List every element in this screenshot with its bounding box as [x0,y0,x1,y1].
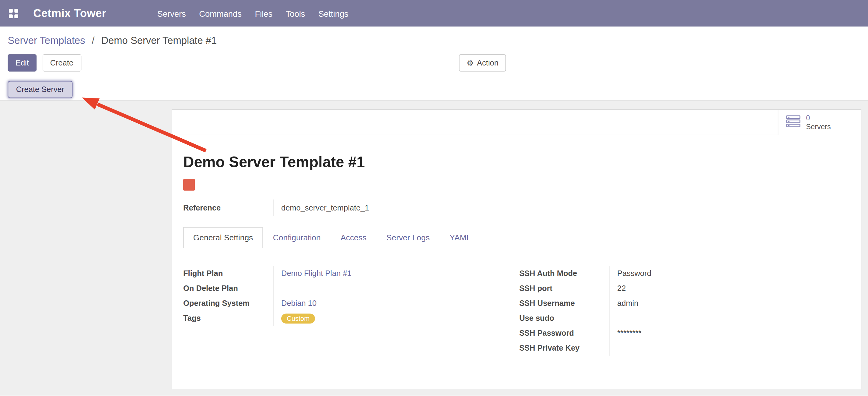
field-label-ssh-username: SSH Username [519,296,609,311]
control-panel: Server Templates / Demo Server Template … [0,27,868,80]
tab-general-settings[interactable]: General Settings [183,227,263,248]
field-value-operating-system[interactable]: Debian 10 [281,299,316,307]
field-group-left: Flight Plan On Delete Plan Operating Sys… [183,266,519,356]
right-values: Password 22 admin ******** [610,266,651,356]
left-values: Demo Flight Plan #1 Debian 10 Custom [274,266,520,326]
create-button[interactable]: Create [42,54,81,71]
menu-files[interactable]: Files [248,5,279,22]
field-group-right: SSH Auth Mode SSH port SSH Username Use … [519,266,651,356]
breadcrumb-separator: / [92,35,94,46]
content-area: 0 Servers Demo Server Template #1 Refere… [0,101,868,396]
servers-stat-button[interactable]: 0 Servers [778,110,861,135]
stat-value: 0 [806,114,831,122]
field-value-ssh-auth-mode: Password [617,269,651,278]
app-window: Cetmix Tower Servers Commands Files Tool… [0,0,868,396]
notebook-tabs: General Settings Configuration Access Se… [183,227,850,248]
tag-custom[interactable]: Custom [281,314,315,324]
field-label-ssh-password: SSH Password [519,326,609,341]
field-label-ssh-private-key: SSH Private Key [519,341,609,356]
field-value-ssh-port: 22 [617,284,626,292]
tab-configuration[interactable]: Configuration [263,227,331,248]
record-title: Demo Server Template #1 [183,153,850,171]
menu-tools[interactable]: Tools [279,5,312,22]
tab-server-logs[interactable]: Server Logs [376,227,440,248]
action-menu-button[interactable]: ⚙ Action [459,54,506,71]
color-swatch[interactable] [183,179,195,191]
app-brand[interactable]: Cetmix Tower [33,7,106,20]
field-value-ssh-password: ******** [617,329,641,338]
field-label-ssh-port: SSH port [519,281,609,296]
field-value-flight-plan[interactable]: Demo Flight Plan #1 [281,269,351,278]
field-label-flight-plan: Flight Plan [183,266,273,281]
create-server-button[interactable]: Create Server [8,81,72,98]
control-buttons: Edit Create ⚙ Action [8,54,860,71]
reference-label: Reference [183,200,273,216]
stat-text: 0 Servers [806,114,831,131]
field-groups: Flight Plan On Delete Plan Operating Sys… [183,266,850,356]
tab-access[interactable]: Access [331,227,376,248]
field-label-on-delete-plan: On Delete Plan [183,281,273,296]
field-label-operating-system: Operating System [183,296,273,311]
gear-icon: ⚙ [467,59,473,67]
form-statusbar: Create Server [0,80,868,101]
server-stack-icon [786,115,800,130]
stat-label: Servers [806,122,831,131]
breadcrumb: Server Templates / Demo Server Template … [8,34,860,47]
form-card: 0 Servers Demo Server Template #1 Refere… [172,109,861,390]
reference-value: demo_server_template_1 [274,200,369,216]
field-label-ssh-auth-mode: SSH Auth Mode [519,266,609,281]
field-label-tags: Tags [183,311,273,326]
menu-servers[interactable]: Servers [151,5,193,22]
breadcrumb-parent-link[interactable]: Server Templates [8,35,85,46]
reference-field: Reference demo_server_template_1 [183,200,850,216]
apps-grid-icon[interactable] [9,8,18,18]
right-labels: SSH Auth Mode SSH port SSH Username Use … [519,266,609,356]
main-menu: Servers Commands Files Tools Settings [151,5,355,22]
field-value-ssh-username: admin [617,299,638,307]
form-sheet: Demo Server Template #1 Reference demo_s… [172,153,861,356]
action-menu-label: Action [477,58,498,68]
breadcrumb-current: Demo Server Template #1 [101,35,217,46]
tab-yaml[interactable]: YAML [440,227,481,248]
top-navbar: Cetmix Tower Servers Commands Files Tool… [0,0,868,27]
stat-button-row: 0 Servers [172,110,861,135]
field-label-use-sudo: Use sudo [519,311,609,326]
edit-button[interactable]: Edit [8,54,36,71]
menu-commands[interactable]: Commands [193,5,248,22]
menu-settings[interactable]: Settings [312,5,355,22]
left-labels: Flight Plan On Delete Plan Operating Sys… [183,266,273,326]
